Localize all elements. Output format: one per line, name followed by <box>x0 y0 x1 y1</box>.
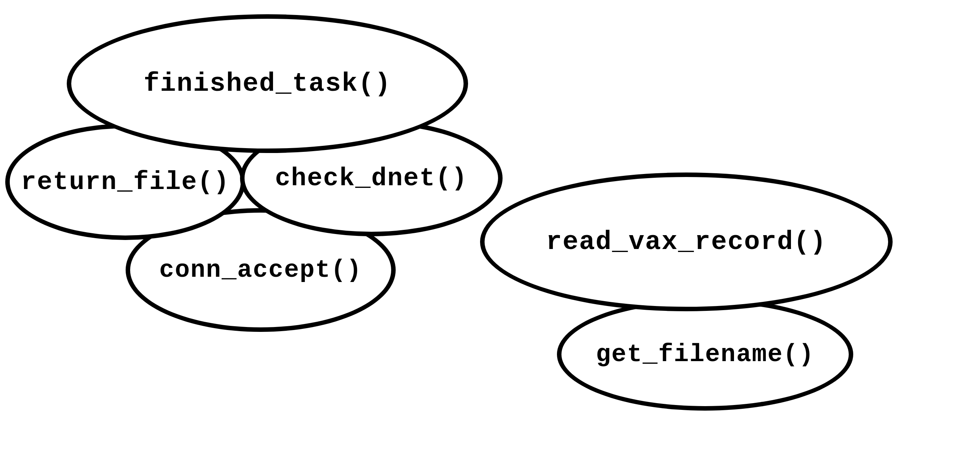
label-return-file: return_file() <box>21 168 230 196</box>
node-get-filename: get_filename() <box>557 298 853 411</box>
label-get-filename: get_filename() <box>596 341 815 369</box>
label-check-dnet: check_dnet() <box>275 164 468 193</box>
node-read-vax-record: read_vax_record() <box>480 172 892 311</box>
label-finished-task: finished_task() <box>144 69 391 99</box>
node-finished-task: finished_task() <box>67 14 468 153</box>
label-read-vax-record: read_vax_record() <box>546 227 827 257</box>
label-conn-accept: conn_accept() <box>159 256 362 284</box>
diagram-canvas: get_filename() conn_accept() return_file… <box>0 0 980 465</box>
